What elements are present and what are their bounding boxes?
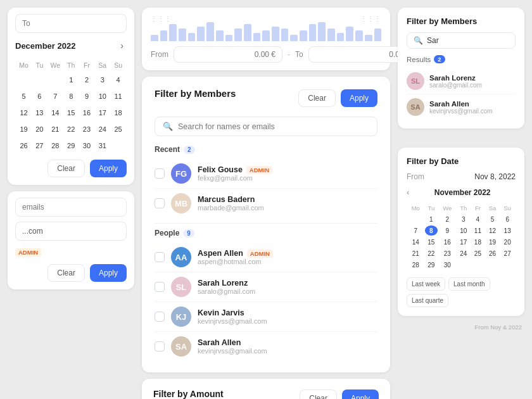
cal-day[interactable]: 28	[48, 138, 63, 153]
left-btn-row: Clear Apply	[15, 160, 127, 177]
mini-cal-day[interactable]: 24	[457, 248, 470, 258]
mini-cal-day[interactable]: 18	[471, 237, 484, 247]
mini-cal-day[interactable]: 3	[457, 214, 470, 224]
mini-cal-day[interactable]: 8	[425, 225, 438, 236]
cal-day[interactable]: 1	[64, 72, 79, 87]
member-item[interactable]: FGFelix GouseADMINfelixg@gmail.com	[155, 159, 377, 189]
mini-cal-day[interactable]: 1	[425, 214, 438, 224]
cal-day[interactable]: 11	[111, 89, 125, 104]
mini-cal-day[interactable]: 13	[500, 225, 514, 236]
left-apply-btn[interactable]: Apply	[90, 160, 127, 177]
amount-apply-btn[interactable]: Apply	[342, 390, 379, 399]
cal-day[interactable]: 3	[95, 72, 110, 87]
results-label: Results	[407, 56, 431, 63]
cal-day[interactable]: 20	[32, 122, 47, 137]
mini-cal-day[interactable]: 20	[500, 237, 514, 247]
member-checkbox[interactable]	[155, 168, 165, 179]
cal-day[interactable]: 6	[32, 89, 47, 104]
left-handle: ⋮⋮⋮	[151, 15, 172, 22]
small-search-input[interactable]	[427, 36, 509, 45]
mini-cal-day[interactable]: 9	[439, 225, 455, 236]
member-checkbox[interactable]	[155, 282, 165, 292]
small-member-item[interactable]: SASarah Allenkevinjrvss@gmail.com	[407, 94, 516, 120]
cal-day[interactable]: 31	[95, 138, 110, 153]
mini-cal-day[interactable]: 19	[486, 237, 500, 247]
to-input[interactable]	[15, 14, 127, 33]
members-clear-btn[interactable]: Clear	[298, 89, 336, 107]
member-checkbox[interactable]	[155, 252, 165, 262]
cal-day	[32, 72, 47, 87]
quick-date-btn[interactable]: Last quarte	[407, 294, 448, 307]
left-bottom-apply-btn[interactable]: Apply	[90, 264, 127, 282]
member-item[interactable]: SLSarah Lorenzsaralo@gmail.com	[155, 272, 377, 302]
amount-clear-btn[interactable]: Clear	[300, 390, 337, 399]
mini-cal-day[interactable]: 29	[425, 260, 438, 270]
left-bottom-clear-btn[interactable]: Clear	[48, 264, 85, 282]
mini-cal-day[interactable]: 12	[486, 225, 500, 236]
mini-cal-dow: Th	[457, 203, 470, 213]
mini-cal-day[interactable]: 15	[425, 237, 438, 247]
cal-day[interactable]: 27	[32, 138, 47, 153]
cal-day[interactable]: 5	[16, 89, 31, 104]
cal-day[interactable]: 24	[95, 122, 110, 137]
top-bars	[151, 22, 381, 41]
from-input[interactable]	[174, 46, 282, 63]
mini-cal-day[interactable]: 17	[457, 237, 470, 247]
mini-cal-day[interactable]: 25	[471, 248, 484, 258]
cal-day[interactable]: 17	[95, 105, 110, 120]
mini-cal-prev-btn[interactable]: ‹	[407, 187, 409, 197]
member-checkbox[interactable]	[155, 198, 165, 208]
mini-cal-day[interactable]: 27	[500, 248, 514, 258]
mini-cal-day[interactable]: 5	[486, 214, 500, 224]
member-item[interactable]: KJKevin Jarviskevinjrvss@gmail.com	[155, 302, 377, 332]
mini-cal-day[interactable]: 10	[457, 225, 470, 236]
left-clear-btn[interactable]: Clear	[48, 160, 85, 177]
mini-cal-day[interactable]: 22	[425, 248, 438, 258]
cal-day[interactable]: 7	[48, 89, 63, 104]
member-checkbox[interactable]	[155, 312, 165, 322]
mini-cal-day[interactable]: 4	[471, 214, 484, 224]
mini-cal-day[interactable]: 16	[439, 237, 455, 247]
email-value-input[interactable]	[15, 222, 127, 241]
calendar-next-btn[interactable]: ›	[117, 39, 127, 52]
mini-cal-day[interactable]: 23	[439, 248, 455, 258]
cal-day[interactable]: 4	[111, 72, 125, 87]
cal-day[interactable]: 14	[48, 105, 63, 120]
cal-day[interactable]: 18	[111, 105, 125, 120]
cal-day[interactable]: 19	[16, 122, 31, 137]
cal-day[interactable]: 12	[16, 105, 31, 120]
cal-day[interactable]: 30	[80, 138, 94, 153]
member-item[interactable]: MBMarcus Badernmarbade@gmail.com	[155, 189, 377, 218]
small-member-item[interactable]: SLSarah Lorenzsaralo@gmail.com	[407, 68, 516, 94]
mini-cal-day[interactable]: 6	[500, 214, 514, 224]
cal-day[interactable]: 16	[80, 105, 94, 120]
member-checkbox[interactable]	[155, 341, 165, 352]
member-item[interactable]: AAAspen AllenADMINaspen@hotmail.com	[155, 243, 377, 272]
cal-day[interactable]: 25	[111, 122, 125, 137]
cal-day[interactable]: 23	[80, 122, 94, 137]
mini-cal-day[interactable]: 14	[408, 237, 424, 247]
cal-day[interactable]: 29	[64, 138, 79, 153]
quick-date-btn[interactable]: Last week	[407, 277, 445, 291]
cal-day[interactable]: 8	[64, 89, 79, 104]
cal-day[interactable]: 22	[64, 122, 79, 137]
cal-day[interactable]: 15	[64, 105, 79, 120]
cal-day[interactable]: 21	[48, 122, 63, 137]
members-search-input[interactable]	[178, 122, 369, 131]
quick-date-btn[interactable]: Last month	[448, 277, 490, 291]
mini-cal-day[interactable]: 21	[408, 248, 424, 258]
mini-cal-day[interactable]: 11	[471, 225, 484, 236]
mini-cal-day[interactable]: 7	[408, 225, 424, 236]
cal-day[interactable]: 13	[32, 105, 47, 120]
mini-cal-day[interactable]: 2	[439, 214, 455, 224]
cal-day[interactable]: 26	[16, 138, 31, 153]
member-item[interactable]: SASarah Allenkevinjrvss@gmail.com	[155, 332, 377, 361]
cal-day[interactable]: 10	[95, 89, 110, 104]
mini-cal-day[interactable]: 28	[408, 260, 424, 270]
emails-input[interactable]	[15, 198, 127, 217]
members-apply-btn[interactable]: Apply	[341, 89, 377, 107]
mini-cal-day[interactable]: 26	[486, 248, 500, 258]
cal-day[interactable]: 9	[80, 89, 94, 104]
cal-day[interactable]: 2	[80, 72, 94, 87]
mini-cal-day[interactable]: 30	[439, 260, 455, 270]
